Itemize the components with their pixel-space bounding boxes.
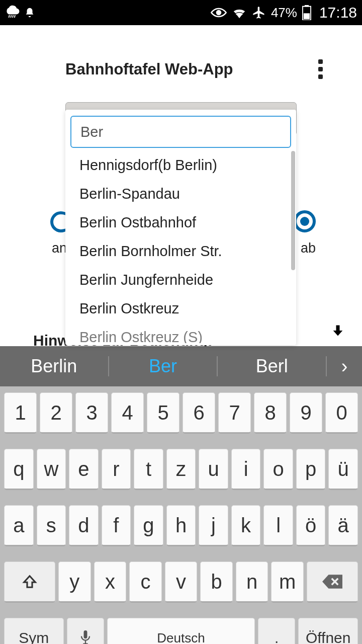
key-b[interactable]: b	[200, 561, 233, 603]
key-t[interactable]: t	[134, 449, 163, 490]
airplane-icon	[252, 6, 266, 20]
status-bar: 47% 17:18	[0, 0, 362, 25]
key-n[interactable]: n	[236, 561, 268, 603]
key-i[interactable]: i	[231, 449, 261, 490]
list-item[interactable]: Berlin Ostkreuz	[65, 294, 296, 323]
key-4[interactable]: 4	[111, 392, 144, 434]
weather-icon	[5, 5, 20, 20]
eye-icon	[211, 7, 227, 19]
suggestion[interactable]: Berlin	[0, 356, 108, 377]
key-r[interactable]: r	[102, 449, 131, 490]
space-key[interactable]: Deutsch	[107, 618, 254, 644]
key-k[interactable]: k	[231, 505, 261, 546]
open-key[interactable]: Öffnen	[298, 618, 358, 644]
list-item[interactable]: Berlin Ostkreuz (S)	[65, 323, 296, 343]
keyboard: 1 2 3 4 5 6 7 8 9 0 q w e r t z u i o p …	[0, 386, 362, 644]
key-c[interactable]: c	[129, 561, 162, 603]
key-x[interactable]: x	[94, 561, 127, 603]
key-ue[interactable]: ü	[328, 449, 358, 490]
battery-icon	[302, 5, 311, 20]
key-s[interactable]: s	[37, 505, 66, 546]
key-z[interactable]: z	[166, 449, 196, 490]
scrollbar[interactable]	[291, 151, 295, 270]
more-suggestions-icon[interactable]: ›	[327, 356, 362, 377]
kebab-menu-icon[interactable]	[314, 55, 327, 83]
key-9[interactable]: 9	[290, 392, 322, 434]
keyboard-row: 1 2 3 4 5 6 7 8 9 0	[4, 392, 358, 434]
key-o[interactable]: o	[263, 449, 293, 490]
list-item[interactable]: Berlin Bornholmer Str.	[65, 237, 296, 266]
wifi-icon	[232, 7, 247, 19]
page-title: Bahnhoftafel Web-App	[65, 60, 233, 78]
shift-key[interactable]	[4, 561, 55, 603]
search-input[interactable]	[70, 116, 291, 148]
suggestion[interactable]: Ber	[109, 356, 217, 377]
key-3[interactable]: 3	[75, 392, 108, 434]
keyboard-row: Sym Deutsch . Öffnen	[4, 618, 358, 644]
battery-percent: 47%	[271, 5, 297, 21]
clock: 17:18	[319, 4, 357, 21]
key-8[interactable]: 8	[254, 392, 287, 434]
key-u[interactable]: u	[199, 449, 228, 490]
sym-key[interactable]: Sym	[4, 618, 64, 644]
key-6[interactable]: 6	[183, 392, 215, 434]
key-e[interactable]: e	[69, 449, 99, 490]
key-m[interactable]: m	[271, 561, 304, 603]
key-w[interactable]: w	[37, 449, 66, 490]
svg-point-0	[217, 11, 221, 15]
key-a[interactable]: a	[4, 505, 34, 546]
backspace-key[interactable]	[307, 561, 358, 603]
key-p[interactable]: p	[296, 449, 326, 490]
key-y[interactable]: y	[58, 561, 91, 603]
svg-rect-4	[83, 630, 87, 638]
svg-rect-3	[304, 13, 310, 19]
key-h[interactable]: h	[166, 505, 196, 546]
key-1[interactable]: 1	[4, 392, 37, 434]
keyboard-row: q w e r t z u i o p ü	[4, 449, 358, 490]
key-v[interactable]: v	[165, 561, 198, 603]
key-g[interactable]: g	[134, 505, 163, 546]
key-l[interactable]: l	[263, 505, 293, 546]
key-ae[interactable]: ä	[328, 505, 358, 546]
key-d[interactable]: d	[69, 505, 99, 546]
key-0[interactable]: 0	[325, 392, 358, 434]
keyboard-row: a s d f g h j k l ö ä	[4, 505, 358, 546]
list-item[interactable]: Berlin Jungfernheide	[65, 266, 296, 294]
space-label: Deutsch	[157, 630, 205, 645]
suggestion[interactable]: Berl	[218, 356, 326, 377]
mic-key[interactable]	[67, 618, 105, 644]
radio-departure[interactable]	[294, 210, 316, 232]
list-item[interactable]: Berlin-Spandau	[65, 180, 296, 208]
station-dropdown: Hennigsdorf(b Berlin) Berlin-Spandau Ber…	[65, 110, 296, 345]
list-item[interactable]: Berlin Ostbahnhof	[65, 208, 296, 237]
down-arrow-icon[interactable]	[331, 322, 345, 342]
radio-departure-label: ab	[301, 240, 316, 256]
key-q[interactable]: q	[4, 449, 34, 490]
dot-key[interactable]: .	[258, 618, 296, 644]
key-5[interactable]: 5	[147, 392, 179, 434]
key-oe[interactable]: ö	[296, 505, 326, 546]
list-item[interactable]: Hennigsdorf(b Berlin)	[65, 151, 296, 180]
keyboard-row: y x c v b n m	[4, 561, 358, 603]
keyboard-suggestion-bar: Berlin Ber Berl ›	[0, 346, 362, 386]
key-j[interactable]: j	[199, 505, 228, 546]
key-2[interactable]: 2	[40, 392, 72, 434]
key-f[interactable]: f	[102, 505, 131, 546]
key-7[interactable]: 7	[218, 392, 251, 434]
radio-arrival-label: an	[52, 240, 67, 256]
bell-icon	[24, 7, 35, 18]
